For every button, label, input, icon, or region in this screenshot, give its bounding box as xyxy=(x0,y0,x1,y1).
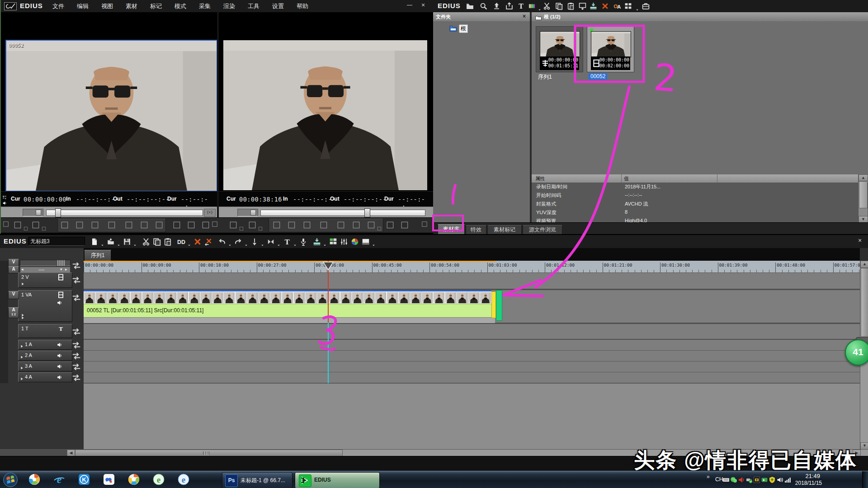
close-button[interactable]: × xyxy=(421,1,425,9)
menu-6[interactable]: 采集 xyxy=(193,0,217,13)
dropdown-transport-19-icon[interactable] xyxy=(258,225,263,229)
add-cut-point-icon[interactable] xyxy=(250,238,259,246)
stop-transport-20-icon[interactable] xyxy=(273,221,281,229)
dropdown-icon[interactable] xyxy=(100,241,104,245)
properties-scrollbar[interactable]: ▲ ▼ xyxy=(858,174,868,222)
cut-icon[interactable] xyxy=(142,238,150,246)
voice-over-icon[interactable] xyxy=(299,238,307,246)
undo-icon[interactable] xyxy=(218,238,226,246)
property-row[interactable]: YUV深度8 xyxy=(532,208,868,217)
trim-out-transport-29-icon[interactable] xyxy=(401,221,409,229)
folder-panel-close-icon[interactable]: × xyxy=(523,13,526,19)
record-position-handle[interactable] xyxy=(364,208,370,217)
color-bars-icon[interactable] xyxy=(528,2,536,10)
menu-2[interactable]: 视图 xyxy=(95,0,119,13)
master-video-button[interactable]: V xyxy=(8,259,19,267)
step-back-transport-22-icon[interactable] xyxy=(303,221,311,229)
property-row[interactable]: 视频预置High@4.0 xyxy=(532,217,868,222)
expand-icon[interactable] xyxy=(19,343,24,347)
cl-properties-icon[interactable]: OA xyxy=(613,2,621,10)
tray-clock[interactable]: 21:492018/11/15 xyxy=(790,473,822,487)
mark-in-transport-1-icon[interactable] xyxy=(14,221,22,229)
slider-grip[interactable] xyxy=(57,260,66,267)
menu-1[interactable]: 编辑 xyxy=(71,0,95,13)
tray-keyboard[interactable] xyxy=(722,476,730,483)
fast-forward-transport-25-icon[interactable] xyxy=(352,221,360,229)
clip-out-handle[interactable] xyxy=(491,291,496,318)
record-volume-slider[interactable] xyxy=(237,209,258,216)
tray-expand-icon[interactable]: » xyxy=(707,474,710,480)
app-colorful[interactable] xyxy=(24,473,44,488)
property-row[interactable]: 开始时间码--:--:--:-- xyxy=(532,191,868,200)
swap-icon[interactable] xyxy=(71,351,81,361)
bin-tab-1[interactable]: 特效 xyxy=(466,225,486,235)
tray-volume[interactable] xyxy=(776,476,783,483)
swap-icon[interactable] xyxy=(71,340,81,350)
timeline-titlebar[interactable]: EDIUS 无标题3 DDT × xyxy=(0,235,868,249)
start-button[interactable] xyxy=(2,472,19,488)
track-header-1VA[interactable]: 1 VA xyxy=(18,290,72,322)
clip-filmstrip[interactable] xyxy=(84,291,491,304)
menu-9[interactable]: 设置 xyxy=(266,0,290,13)
track-2v-content[interactable] xyxy=(84,272,860,289)
add-title-icon[interactable]: T xyxy=(283,238,291,246)
delete-clip-icon[interactable] xyxy=(601,2,609,10)
taskbar-window-photoshop[interactable]: Ps未标题-1 @ 66.7... xyxy=(222,472,292,488)
timeline-clip[interactable]: 00052 TL [Dur:00:01:05:11] Src[Dur:00:01… xyxy=(84,304,491,318)
app-netdisk[interactable] xyxy=(99,473,119,488)
bin-tab-2[interactable]: 素材标记 xyxy=(487,225,522,235)
tray-capture[interactable] xyxy=(753,476,760,483)
new-folder-icon[interactable] xyxy=(466,2,474,10)
open-project-icon[interactable] xyxy=(107,238,115,246)
timeline-ruler[interactable]: 00:00:00:0000:00:09:0000:00:18:0000:00:2… xyxy=(84,261,860,273)
speaker-icon[interactable] xyxy=(57,352,63,359)
delete-clip-icon[interactable] xyxy=(193,238,202,246)
expand-icon[interactable] xyxy=(19,353,24,358)
chevrons-transport-30-icon[interactable] xyxy=(421,221,428,227)
bin-clip-card[interactable]: 00:00:00:0000:01:05:11 xyxy=(536,26,583,72)
ripple-delete-icon[interactable] xyxy=(204,238,212,246)
app-blue-e[interactable]: e xyxy=(174,473,193,488)
track-1t-content[interactable] xyxy=(84,324,860,339)
dropdown-icon[interactable] xyxy=(323,241,327,245)
track-audio-content[interactable] xyxy=(84,351,860,361)
step-forward-transport-24-icon[interactable] xyxy=(337,221,345,229)
dropdown-transport-17-icon[interactable] xyxy=(239,225,244,229)
app-k[interactable]: K xyxy=(74,473,94,488)
source-video[interactable]: 00052 xyxy=(5,40,217,192)
track-audio-content[interactable] xyxy=(84,372,860,383)
window-layout-icon[interactable] xyxy=(362,238,370,246)
source-position-bar[interactable] xyxy=(46,210,203,216)
record-position-bar[interactable] xyxy=(260,210,425,216)
minimize-button[interactable]: — xyxy=(407,2,412,8)
mark-out-transport-3-icon[interactable] xyxy=(32,221,40,229)
rewind-transport-21-icon[interactable] xyxy=(288,221,296,229)
expand-icon[interactable] xyxy=(19,364,24,369)
loop-transport-11-icon[interactable] xyxy=(155,221,163,229)
prop-col-attr[interactable]: 属性 xyxy=(535,175,545,182)
clip-audio-sub[interactable] xyxy=(84,317,495,323)
track-audio-channel-button[interactable]: A1 2 xyxy=(8,307,19,318)
play-transport-8-icon[interactable] xyxy=(108,221,116,229)
view-mode-icon[interactable] xyxy=(624,2,632,10)
track-header-3A[interactable]: 3 A xyxy=(18,361,72,371)
dropdown-icon[interactable] xyxy=(293,241,297,245)
master-audio-button[interactable]: A xyxy=(8,266,19,273)
property-row[interactable]: 录制日期/时间2018年11月15... xyxy=(532,183,868,192)
dropdown-icon[interactable] xyxy=(277,241,281,245)
trim-in-transport-28-icon[interactable] xyxy=(386,221,394,229)
menu-3[interactable]: 素材 xyxy=(119,0,144,13)
menu-7[interactable]: 渲染 xyxy=(217,0,241,13)
track-audio-content[interactable] xyxy=(84,361,860,372)
new-sequence-icon[interactable] xyxy=(90,238,99,246)
move-up-icon[interactable] xyxy=(493,2,500,10)
menu-10[interactable]: 帮助 xyxy=(290,0,315,13)
jog-settings-transport-14-icon[interactable] xyxy=(202,221,210,229)
property-row[interactable]: 封装格式AVCHD 流 xyxy=(532,200,868,209)
add-transition-icon[interactable] xyxy=(267,238,275,246)
player-menubar[interactable]: EDIUS 文件编辑视图素材标记模式采集渲染工具设置帮助 — × xyxy=(1,0,434,13)
multicam-icon[interactable] xyxy=(329,238,337,246)
menu-8[interactable]: 工具 xyxy=(241,0,266,13)
app-360[interactable] xyxy=(124,473,144,488)
app-green-e[interactable]: e xyxy=(149,473,169,488)
